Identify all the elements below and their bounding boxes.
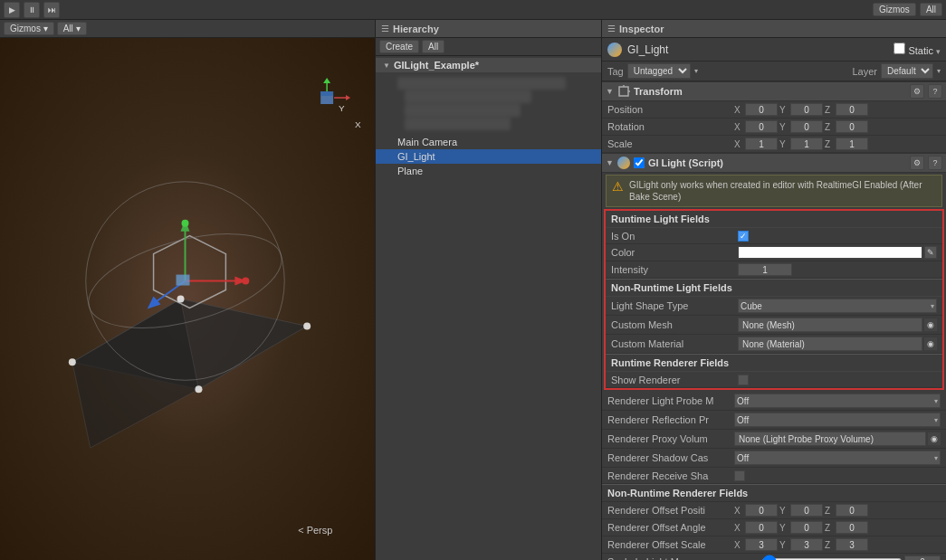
pos-z-label: Z <box>825 105 834 115</box>
proxy-volume-field[interactable]: None (Light Probe Proxy Volume) <box>734 432 926 446</box>
color-edit-button[interactable]: ✎ <box>924 246 937 259</box>
intensity-input[interactable] <box>738 263 792 276</box>
show-renderer-checkbox[interactable] <box>738 375 749 385</box>
hierarchy-gi-light[interactable]: GI_Light <box>376 149 601 164</box>
scale-light-map-slider[interactable] <box>761 555 903 560</box>
off-pos-x-label: X <box>734 506 743 516</box>
scene-expand-arrow: ▼ <box>383 62 390 70</box>
off-pos-z-label: Z <box>825 506 834 516</box>
scale-z-label: Z <box>825 139 834 149</box>
scene-gizmos[interactable]: Gizmos ▾ <box>4 22 54 35</box>
light-shape-dropdown[interactable]: Cube ▾ <box>738 299 937 313</box>
offset-pos-z-input[interactable] <box>836 504 868 517</box>
all-filter-button[interactable]: All <box>920 3 942 16</box>
svg-marker-8 <box>148 297 161 309</box>
scale-light-map-value <box>761 555 941 560</box>
color-value: ✎ <box>738 246 937 259</box>
off-scl-y-label: Y <box>779 540 788 550</box>
svg-point-15 <box>177 296 185 303</box>
scale-light-map-number[interactable] <box>904 555 941 560</box>
custom-material-select-btn[interactable]: ◉ <box>924 337 937 350</box>
offset-scale-label: Renderer Offset Scale <box>607 539 734 550</box>
offset-angle-x-input[interactable] <box>745 521 778 534</box>
main-layout: Gizmos ▾ All ▾ <box>0 20 946 560</box>
proxy-volume-value: None (Light Probe Proxy Volume) ◉ <box>734 432 941 446</box>
offset-scale-x-input[interactable] <box>745 538 778 551</box>
shadow-cast-dropdown[interactable]: Off ▾ <box>734 451 941 465</box>
position-z-input[interactable] <box>836 103 868 116</box>
scene-header-item[interactable]: ▼ GILight_Example* <box>376 58 601 72</box>
gi-light-script-header[interactable]: ▼ GI Light (Script) ⚙ ? <box>602 153 946 173</box>
intensity-row: Intensity <box>606 261 942 279</box>
gizmos-button[interactable]: Gizmos <box>873 3 916 16</box>
right-panels: ☰ Hierarchy Create All ▼ GILight_Example… <box>376 20 946 560</box>
reflection-dropdown[interactable]: Off ▾ <box>734 413 941 427</box>
svg-point-10 <box>182 220 189 227</box>
play-button[interactable]: ▶ <box>4 2 20 18</box>
scene-canvas[interactable]: Y X < Persp <box>0 38 375 560</box>
non-runtime-renderer-header: Non-Runtime Renderer Fields <box>602 484 946 502</box>
position-row: Position X Y Z <box>602 101 946 119</box>
create-button[interactable]: Create <box>379 40 419 53</box>
gi-script-help-btn[interactable]: ? <box>928 156 942 170</box>
custom-material-field[interactable]: None (Material) <box>738 337 922 351</box>
gi-script-settings-btn[interactable]: ⚙ <box>910 156 924 170</box>
light-shape-selected: Cube <box>741 301 762 311</box>
rotation-x-input[interactable] <box>745 120 778 133</box>
custom-mesh-text: None (Mesh) <box>742 320 795 330</box>
rot-x-label: X <box>734 122 743 132</box>
offset-angle-z-input[interactable] <box>836 521 868 534</box>
intensity-label: Intensity <box>611 264 738 275</box>
warning-text: GILight only works when created in edito… <box>629 179 936 203</box>
rotation-z-input[interactable] <box>836 120 868 133</box>
hierarchy-main-camera[interactable]: Main Camera <box>376 135 601 149</box>
intensity-value <box>738 263 937 276</box>
svg-marker-25 <box>323 78 330 83</box>
transform-title: Transform <box>634 86 906 97</box>
inspector-title: Inspector <box>619 24 664 34</box>
hierarchy-title: Hierarchy <box>393 24 439 34</box>
inspector-content: Static ▾ Tag Untagged ▾ Layer Defau <box>602 38 946 560</box>
hierarchy-all-button[interactable]: All <box>422 40 444 53</box>
transform-settings-btn[interactable]: ⚙ <box>910 84 924 99</box>
transform-help-btn[interactable]: ? <box>928 84 942 99</box>
hierarchy-plane[interactable]: Plane <box>376 164 601 178</box>
position-y-input[interactable] <box>790 103 823 116</box>
off-ang-z-label: Z <box>825 523 834 533</box>
layer-arrow: ▾ <box>937 67 941 75</box>
gi-light-enabled-checkbox[interactable] <box>634 157 645 168</box>
offset-pos-y-input[interactable] <box>790 504 823 517</box>
custom-mesh-select-btn[interactable]: ◉ <box>924 318 937 331</box>
color-picker[interactable] <box>738 246 922 259</box>
scale-z-input[interactable] <box>836 138 868 150</box>
static-checkbox: Static ▾ <box>893 43 941 56</box>
step-button[interactable]: ⏭ <box>43 2 60 18</box>
light-probe-dropdown[interactable]: Off ▾ <box>734 394 941 408</box>
custom-mesh-field[interactable]: None (Mesh) <box>738 318 922 332</box>
offset-pos-x-input[interactable] <box>745 504 778 517</box>
receive-shadow-checkbox[interactable] <box>734 470 745 481</box>
proxy-volume-text: None (Light Probe Proxy Volume) <box>739 434 874 444</box>
offset-angle-y-input[interactable] <box>790 521 823 534</box>
offset-scale-z-input[interactable] <box>836 538 868 551</box>
offset-position-row: Renderer Offset Positi X Y Z <box>602 502 946 519</box>
pause-button[interactable]: ⏸ <box>24 2 40 18</box>
svg-point-12 <box>69 358 76 365</box>
svg-marker-2 <box>154 236 226 308</box>
static-checkbox-input[interactable] <box>893 43 905 54</box>
offset-scale-y-input[interactable] <box>790 538 823 551</box>
object-name-input[interactable] <box>627 43 888 56</box>
position-x-input[interactable] <box>745 103 778 116</box>
gi-light-script-icon <box>617 157 630 169</box>
hierarchy-header: ☰ Hierarchy <box>376 20 601 38</box>
is-on-checkbox[interactable]: ✓ <box>738 231 749 242</box>
static-dropdown-arrow[interactable]: ▾ <box>936 47 941 56</box>
layer-dropdown[interactable]: Default <box>881 63 933 79</box>
transform-component-header[interactable]: ▼ Transform ⚙ ? <box>602 81 946 101</box>
tag-dropdown[interactable]: Untagged <box>627 63 691 79</box>
proxy-volume-select-btn[interactable]: ◉ <box>928 432 941 445</box>
rotation-y-input[interactable] <box>790 120 823 133</box>
scale-x-input[interactable] <box>745 138 778 150</box>
scale-y-input[interactable] <box>790 138 823 150</box>
scene-all[interactable]: All ▾ <box>57 22 87 35</box>
